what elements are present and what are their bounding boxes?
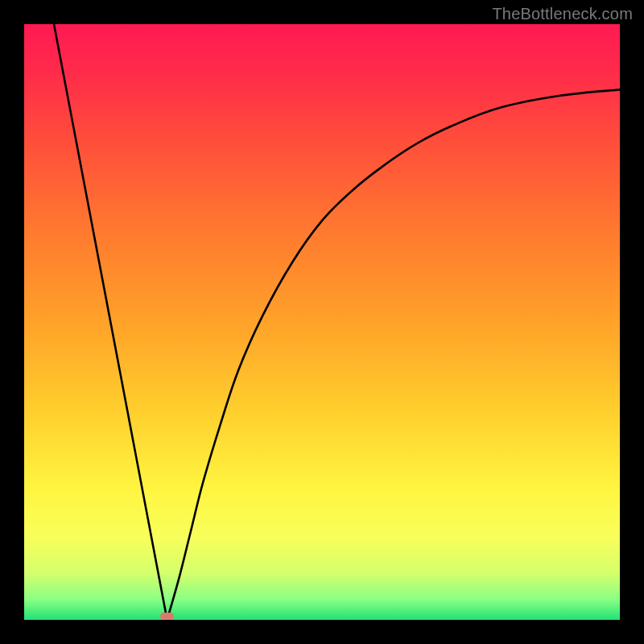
bottleneck-curve [24, 24, 620, 620]
optimum-marker [160, 613, 174, 620]
outer-frame: TheBottleneck.com [0, 0, 644, 644]
watermark-text: TheBottleneck.com [492, 5, 633, 23]
plot-area [24, 24, 620, 620]
